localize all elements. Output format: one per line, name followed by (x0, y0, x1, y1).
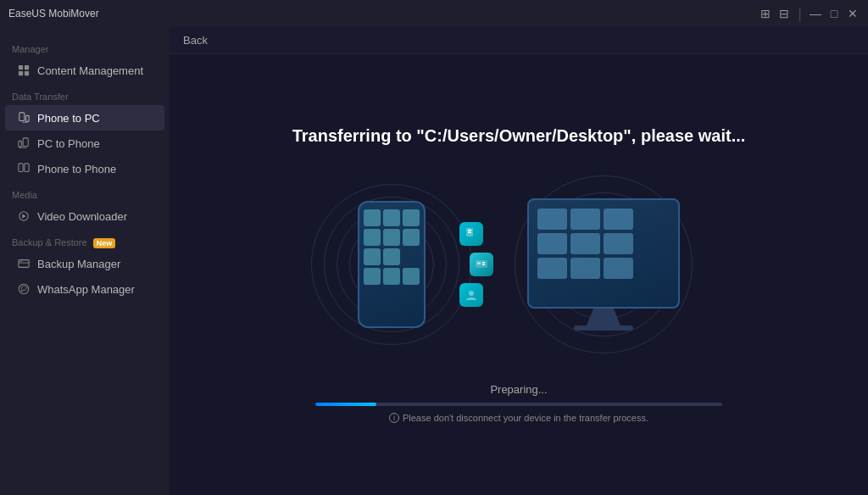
svg-rect-23 (477, 262, 481, 264)
warning-text: Please don't disconnect your device in t… (403, 413, 648, 423)
svg-rect-8 (23, 138, 28, 147)
phone-tile (403, 209, 420, 226)
monitor-row-2 (537, 233, 670, 254)
app-body: Manager Content Management Data Transfer (0, 27, 868, 495)
svg-rect-1 (25, 65, 29, 70)
svg-marker-13 (22, 214, 25, 218)
content-area: Back Transferring to "C:/Users/Owner/Des… (170, 27, 868, 495)
progress-label: Preparing... (490, 383, 547, 396)
pc-to-phone-label: PC to Phone (37, 137, 100, 150)
close-button[interactable]: ✕ (846, 7, 860, 20)
title-bar: EaseUS MobiMover ⊞ ⊟ | — □ ✕ (0, 0, 868, 27)
window-controls: ⊞ ⊟ | — □ ✕ (759, 5, 860, 23)
phone-to-phone-icon (17, 162, 31, 175)
floating-icons (459, 222, 493, 307)
phone-container (358, 201, 426, 328)
content-management-label: Content Management (37, 64, 143, 77)
progress-warning: i Please don't disconnect your device in… (389, 413, 648, 423)
phone-tile (383, 268, 400, 285)
whatsapp-manager-label: WhatsApp Manager (37, 283, 135, 296)
sidebar-item-content-management[interactable]: Content Management (5, 58, 164, 83)
sidebar: Manager Content Management Data Transfer (0, 27, 170, 495)
monitor-tile (570, 209, 600, 230)
float-icon-1 (459, 222, 483, 246)
content-topbar: Back (170, 27, 868, 54)
svg-rect-20 (468, 230, 471, 231)
sidebar-item-phone-to-pc[interactable]: Phone to PC (5, 105, 164, 131)
sidebar-item-whatsapp-manager[interactable]: WhatsApp Manager (5, 276, 164, 302)
divider-1: | (798, 5, 802, 23)
monitor-stand (587, 309, 620, 325)
phone-tile (383, 248, 400, 265)
backup-manager-label: Backup Manager (37, 258, 120, 270)
phone-to-pc-icon (17, 111, 31, 125)
progress-fill (315, 403, 376, 406)
svg-rect-4 (19, 113, 25, 121)
sidebar-item-video-downloader[interactable]: Video Downloader (5, 203, 164, 229)
phone-to-pc-label: Phone to PC (37, 112, 100, 125)
svg-rect-10 (19, 164, 23, 172)
sidebar-item-pc-to-phone[interactable]: PC to Phone (5, 131, 164, 156)
monitor-tile (537, 233, 567, 254)
sidebar-item-phone-to-phone[interactable]: Phone to Phone (5, 156, 164, 181)
phone-screen-row-2 (364, 229, 420, 246)
svg-rect-5 (26, 115, 30, 121)
app-title: EaseUS MobiMover (8, 8, 99, 19)
video-downloader-label: Video Downloader (37, 210, 127, 223)
video-downloader-icon (17, 209, 31, 223)
minimize-button[interactable]: — (809, 7, 822, 20)
svg-rect-25 (482, 264, 485, 266)
phone-screen-row-1 (364, 209, 420, 226)
monitor-tile (604, 209, 633, 230)
phone-tile (364, 209, 381, 226)
info-icon: i (389, 413, 399, 423)
monitor-tile (570, 233, 600, 254)
phone-tile (403, 268, 420, 285)
maximize-button[interactable]: □ (827, 7, 841, 20)
phone-tile (364, 229, 381, 246)
data-transfer-section-label: Data Transfer (0, 83, 170, 105)
phone-tile (364, 248, 381, 265)
content-management-icon (17, 64, 31, 77)
monitor-tile (604, 258, 633, 279)
float-icon-3 (459, 283, 483, 307)
svg-point-16 (19, 261, 20, 262)
phone-tile (383, 229, 400, 246)
monitor-tile (604, 233, 633, 254)
sidebar-item-backup-manager[interactable]: Backup Manager (5, 251, 164, 276)
svg-point-17 (21, 261, 22, 262)
media-section-label: Media (0, 181, 170, 203)
phone-screen-row-4 (364, 268, 420, 285)
monitor-assembly (527, 198, 680, 331)
new-badge: New (93, 238, 116, 248)
svg-rect-0 (19, 65, 23, 70)
animation-area (264, 171, 773, 358)
phone-device (358, 201, 426, 328)
transfer-title: Transferring to "C:/Users/Owner/Desktop"… (292, 126, 746, 146)
svg-rect-3 (25, 71, 29, 75)
monitor-tile (537, 258, 567, 279)
float-icon-2 (470, 253, 493, 276)
svg-rect-2 (19, 71, 23, 75)
icon-btn-1[interactable]: ⊞ (759, 7, 772, 20)
icon-btn-2[interactable]: ⊟ (777, 7, 791, 20)
svg-rect-21 (468, 232, 471, 234)
phone-tile (383, 209, 400, 226)
main-content: Transferring to "C:/Users/Owner/Desktop"… (170, 54, 868, 495)
monitor-container (527, 198, 680, 331)
whatsapp-icon (17, 282, 31, 296)
monitor-tile (570, 258, 600, 279)
phone-screen-row-3 (364, 248, 420, 265)
back-button[interactable]: Back (183, 34, 208, 47)
pc-to-phone-icon (17, 136, 31, 150)
backup-section-label: Backup & Restore New (0, 229, 170, 251)
backup-manager-icon (17, 257, 31, 270)
monitor-base (574, 325, 633, 331)
monitor-row-1 (537, 209, 670, 230)
phone-tile (364, 268, 381, 285)
manager-section-label: Manager (0, 36, 170, 58)
progress-track (315, 403, 722, 406)
svg-point-26 (469, 291, 474, 296)
phone-to-phone-label: Phone to Phone (37, 163, 116, 175)
monitor-screen (527, 198, 680, 309)
